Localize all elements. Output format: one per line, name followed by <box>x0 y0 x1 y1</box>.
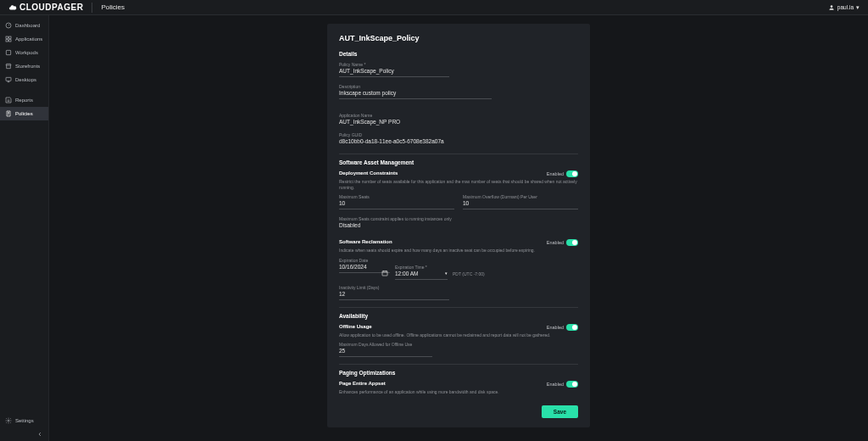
chevron-left-icon <box>36 431 43 438</box>
expiration-date-label: Expiration Date <box>339 258 390 263</box>
policy-title: AUT_InkScape_Policy <box>339 34 578 42</box>
sidebar-item-label: Desktops <box>15 77 36 82</box>
svg-rect-7 <box>6 77 11 81</box>
guid-label: Policy GUID <box>339 132 578 137</box>
description-input[interactable]: Inkscape custom policy <box>339 90 492 99</box>
sidebar-item-label: Storefronts <box>15 64 40 69</box>
sidebar-item-label: Dashboard <box>15 23 40 28</box>
software-reclamation-toggle[interactable]: Enabled <box>547 239 578 246</box>
policy-card: AUT_InkScape_Policy Details Policy Name … <box>327 24 590 427</box>
brand-logo[interactable]: CLOUDPAGER <box>8 3 83 12</box>
switch-on-icon[interactable] <box>566 381 578 388</box>
svg-rect-6 <box>6 50 10 54</box>
sidebar-item-label: Policies <box>15 111 33 116</box>
expiration-time-value: 12:00 AM <box>395 271 418 276</box>
offline-usage-desc: Allow application to be used offline. Of… <box>339 332 578 338</box>
deployment-constraints-heading: Deployment Constraints <box>339 170 398 176</box>
max-overflow-input[interactable]: 10 <box>463 200 578 209</box>
inactivity-limit-input[interactable]: 12 <box>339 291 449 300</box>
user-icon <box>828 4 835 11</box>
svg-rect-5 <box>9 40 11 42</box>
reports-icon <box>5 97 12 103</box>
max-overflow-label: Maximum Overflow (Dormant) Per User <box>463 194 578 199</box>
sidebar-item-workpods[interactable]: Workpods <box>0 46 48 59</box>
dashboard-icon <box>5 22 12 29</box>
chevron-down-icon: ▾ <box>445 271 448 276</box>
details-heading: Details <box>339 51 578 57</box>
switch-on-icon[interactable] <box>566 324 578 331</box>
workpods-icon <box>5 49 12 56</box>
constraint-note-value: Disabled <box>339 222 578 231</box>
brand-text: CLOUDPAGER <box>19 3 83 12</box>
guid-value: d8c10bb0-da18-11ee-a0c5-6708e382a07a <box>339 138 578 147</box>
paging-heading: Paging Optimizations <box>339 364 578 376</box>
offline-usage-toggle[interactable]: Enabled <box>547 324 578 331</box>
sidebar-item-dashboard[interactable]: Dashboard <box>0 19 48 32</box>
top-bar: CLOUDPAGER Policies paul.ia ▾ <box>0 0 868 15</box>
svg-rect-3 <box>9 36 11 38</box>
sidebar-item-label: Settings <box>15 418 34 423</box>
app-name-label: Application Name <box>339 113 578 118</box>
sidebar-item-reports[interactable]: Reports <box>0 93 48 107</box>
svg-rect-2 <box>6 36 8 38</box>
sidebar: Dashboard Applications Workpods Storefro… <box>0 15 49 441</box>
software-reclamation-heading: Software Reclamation <box>339 239 392 244</box>
toggle-label: Enabled <box>547 325 564 330</box>
save-button[interactable]: Save <box>542 405 578 418</box>
svg-point-0 <box>831 5 833 8</box>
policy-name-label: Policy Name * <box>339 62 578 67</box>
deployment-constraints-toggle[interactable]: Enabled <box>547 170 578 177</box>
main-content: AUT_InkScape_Policy Details Policy Name … <box>49 15 868 441</box>
sidebar-item-label: Applications <box>15 36 42 42</box>
sidebar-item-settings[interactable]: Settings <box>0 414 48 427</box>
sidebar-item-label: Workpods <box>15 50 38 55</box>
sam-heading: Software Asset Management <box>339 154 578 165</box>
toggle-label: Enabled <box>547 240 564 245</box>
max-seats-label: Maximum Seats <box>339 194 454 199</box>
sidebar-item-desktops[interactable]: Desktops <box>0 73 48 87</box>
svg-point-8 <box>8 420 9 421</box>
sidebar-item-storefronts[interactable]: Storefronts <box>0 59 48 73</box>
max-offline-label: Maximum Days Allowed for Offline Use <box>339 342 578 347</box>
max-offline-input[interactable]: 25 <box>339 348 432 357</box>
gear-icon <box>5 417 12 424</box>
description-label: Description <box>339 84 578 89</box>
user-menu[interactable]: paul.ia ▾ <box>828 4 860 11</box>
software-reclamation-desc: Indicate when seats should expire and ho… <box>339 248 578 254</box>
switch-on-icon[interactable] <box>566 170 578 177</box>
switch-on-icon[interactable] <box>566 239 578 246</box>
availability-heading: Availability <box>339 307 578 319</box>
toggle-label: Enabled <box>547 382 564 387</box>
chevron-down-icon: ▾ <box>856 4 860 11</box>
inactivity-limit-label: Inactivity Limit (Days) <box>339 285 578 290</box>
offline-usage-heading: Offline Usage <box>339 324 372 329</box>
divider <box>92 3 92 13</box>
expiration-time-select[interactable]: 12:00 AM ▾ <box>395 271 448 280</box>
svg-rect-4 <box>6 40 8 42</box>
sidebar-item-policies[interactable]: Policies <box>0 107 48 120</box>
timezone-label: PDT (UTC -7:00) <box>453 271 485 280</box>
cloud-icon <box>8 3 17 12</box>
page-section-title: Policies <box>101 3 125 11</box>
desktops-icon <box>5 76 12 83</box>
app-name-value: AUT_InkScape_NP PRO <box>339 119 578 127</box>
expiration-time-label: Expiration Time * <box>395 265 448 270</box>
calendar-icon[interactable] <box>381 270 388 276</box>
sidebar-item-label: Reports <box>15 98 33 103</box>
max-seats-input[interactable]: 10 <box>339 200 454 209</box>
policy-name-input[interactable]: AUT_InkScape_Policy <box>339 68 449 77</box>
applications-icon <box>5 36 12 42</box>
sidebar-collapse-button[interactable] <box>0 427 48 441</box>
page-entire-appset-desc: Enhances performance of an application w… <box>339 389 578 395</box>
policies-icon <box>5 110 12 117</box>
storefronts-icon <box>5 63 12 70</box>
user-name: paul.ia <box>837 4 854 10</box>
deployment-constraints-desc: Restrict the number of seats available f… <box>339 179 578 190</box>
page-entire-appset-heading: Page Entire Appset <box>339 381 386 386</box>
toggle-label: Enabled <box>547 171 564 176</box>
svg-rect-9 <box>382 271 387 275</box>
constraint-note-label: Maximum Seats constraint applies to runn… <box>339 216 578 221</box>
page-entire-appset-toggle[interactable]: Enabled <box>547 381 578 388</box>
sidebar-item-applications[interactable]: Applications <box>0 32 48 46</box>
